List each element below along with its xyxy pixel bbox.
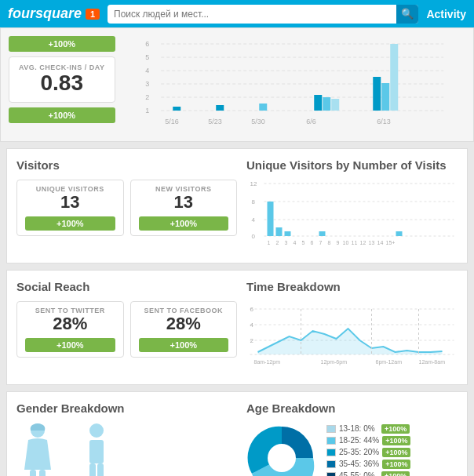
age-row-1318: 13-18: 0% +100%: [326, 424, 410, 434]
age-legend: 13-18: 0% +100% 18-25: 44% +100% 25-35: …: [326, 424, 410, 477]
svg-rect-73: [89, 440, 104, 463]
age-color-4555: [326, 472, 336, 477]
svg-text:6pm-12am: 6pm-12am: [376, 359, 403, 365]
svg-text:5/16: 5/16: [165, 118, 179, 125]
svg-text:11: 11: [352, 240, 358, 245]
svg-text:3: 3: [145, 80, 149, 88]
svg-text:8am-12pm: 8am-12pm: [254, 359, 281, 365]
svg-rect-15: [314, 95, 322, 111]
svg-rect-74: [89, 463, 96, 476]
notification-badge[interactable]: 1: [86, 9, 100, 20]
header: foursquare 1 🔍 Activity: [0, 0, 474, 27]
age-color-1825: [326, 437, 336, 445]
svg-text:2: 2: [250, 337, 254, 344]
age-row-2535: 25-35: 20% +100%: [326, 448, 410, 457]
uv-chart-svg: 12 8 4 0 1 2 3 4 5 6 7 8 9 10: [246, 180, 458, 250]
new-visitors-value: 13: [139, 193, 229, 212]
logo-area: foursquare 1: [8, 5, 100, 22]
svg-text:12pm-6pm: 12pm-6pm: [321, 359, 348, 365]
svg-text:8: 8: [328, 240, 331, 245]
checkins-badge-bottom: +100%: [9, 107, 115, 123]
visitors-section: Visitors UNIQUE VISITORS 13 +100% NEW VI…: [6, 148, 468, 263]
age-row-4555: 45-55: 0% +100%: [326, 471, 410, 477]
svg-text:2: 2: [276, 240, 279, 245]
age-row-1825: 18-25: 44% +100%: [326, 436, 410, 445]
age-badge-3545: +100%: [382, 460, 410, 469]
svg-text:2: 2: [145, 93, 149, 101]
svg-text:4: 4: [252, 216, 256, 223]
svg-marker-61: [258, 329, 443, 354]
svg-text:7: 7: [319, 240, 323, 245]
svg-text:5/30: 5/30: [251, 118, 265, 125]
search-button[interactable]: 🔍: [396, 5, 418, 24]
age-label-1825: 18-25: 44%: [339, 436, 379, 445]
svg-rect-75: [97, 463, 104, 476]
svg-text:9: 9: [337, 240, 340, 245]
svg-text:10: 10: [343, 240, 349, 245]
age-badge-4555: +100%: [381, 471, 410, 477]
svg-rect-35: [276, 227, 283, 236]
svg-text:4: 4: [294, 240, 297, 245]
gender-left: Gender Breakdown FEMALE 88% +100%: [16, 402, 237, 476]
social-section: Social Reach SENT TO TWITTER 28% +100% S…: [6, 270, 468, 385]
svg-text:8: 8: [252, 198, 256, 205]
gender-age-section: Gender Breakdown FEMALE 88% +100%: [6, 391, 468, 476]
svg-rect-20: [390, 44, 398, 111]
svg-rect-38: [396, 231, 403, 236]
bar-chart-svg: 6 5 4 3 2 1 5/16 5/23 5/30 6/6: [123, 36, 465, 130]
svg-text:12: 12: [360, 240, 366, 245]
svg-rect-13: [216, 105, 224, 111]
svg-text:5/23: 5/23: [208, 118, 222, 125]
age-badge-2535: +100%: [382, 448, 410, 457]
svg-text:0: 0: [252, 233, 256, 240]
svg-rect-19: [381, 83, 389, 111]
svg-text:4: 4: [145, 67, 149, 74]
search-input[interactable]: [108, 5, 396, 24]
svg-rect-18: [373, 77, 381, 111]
age-label-3545: 35-45: 36%: [339, 460, 379, 468]
age-color-1318: [326, 425, 336, 433]
svg-rect-71: [39, 470, 46, 476]
twitter-badge: +100%: [25, 338, 115, 352]
age-label-1318: 13-18: 0%: [339, 424, 378, 433]
svg-point-77: [268, 444, 296, 472]
svg-text:15+: 15+: [386, 240, 396, 245]
svg-rect-17: [331, 99, 339, 111]
new-visitors-stat: NEW VISITORS 13 +100%: [130, 180, 238, 236]
age-right: Age Breakdown 13-18: 0% +100%: [246, 402, 458, 476]
twitter-value: 28%: [25, 314, 115, 333]
age-label-2535: 25-35: 20%: [339, 448, 379, 456]
svg-text:1: 1: [268, 240, 271, 245]
svg-rect-70: [30, 470, 36, 476]
svg-text:12: 12: [250, 180, 257, 187]
checkins-value: 0.83: [19, 71, 105, 96]
svg-text:12am-8am: 12am-8am: [419, 359, 446, 365]
facebook-value: 28%: [139, 314, 229, 333]
social-right: Time Breakdown 6 4 2 8am-12pm 12pm-6pm 6…: [246, 280, 458, 375]
search-wrap: 🔍: [108, 5, 418, 24]
female-figure: FEMALE 88% +100%: [16, 423, 60, 476]
svg-rect-36: [285, 231, 291, 236]
checkins-badge-top: +100%: [9, 36, 115, 52]
visitors-left: Visitors UNIQUE VISITORS 13 +100% NEW VI…: [16, 158, 237, 253]
svg-text:6/6: 6/6: [306, 118, 316, 125]
time-breakdown-title: Time Breakdown: [246, 280, 458, 293]
svg-text:6: 6: [250, 306, 254, 313]
male-svg: [75, 423, 118, 476]
checkins-card: +100% AVG. CHECK-INS / DAY 0.83 +100% 6 …: [0, 27, 474, 142]
svg-rect-34: [268, 202, 274, 236]
gender-title: Gender Breakdown: [16, 402, 237, 415]
female-svg: [16, 423, 60, 476]
new-visitors-badge: +100%: [139, 216, 229, 231]
twitter-stat: SENT TO TWITTER 28% +100%: [16, 301, 124, 358]
age-color-2535: [326, 449, 336, 456]
visitors-stats-row: UNIQUE VISITORS 13 +100% NEW VISITORS 13…: [16, 180, 237, 236]
svg-text:6: 6: [311, 240, 314, 245]
svg-text:13: 13: [369, 240, 375, 245]
uv-chart-title: Unique Visitors by Number of Visits: [246, 158, 458, 172]
svg-rect-12: [173, 107, 180, 111]
social-title: Social Reach: [16, 280, 237, 293]
svg-text:6: 6: [145, 40, 149, 48]
age-chart-wrap: 13-18: 0% +100% 18-25: 44% +100% 25-35: …: [246, 423, 458, 476]
facebook-stat: SENT TO FACEBOOK 28% +100%: [130, 301, 238, 358]
